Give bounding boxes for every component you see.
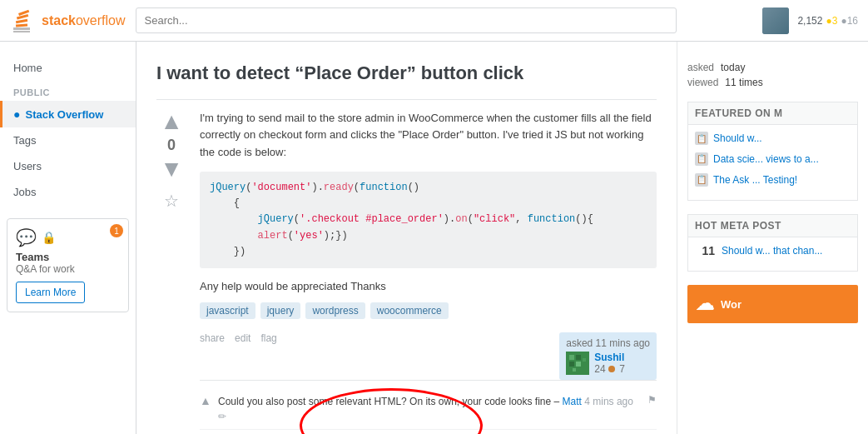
- svg-rect-11: [583, 358, 586, 362]
- featured-text-1: Should w...: [713, 132, 762, 146]
- sidebar-item-so-label: Stack Overflow: [25, 108, 103, 121]
- tag-jquery[interactable]: jquery: [260, 302, 301, 319]
- rep-count: 2,152: [797, 15, 822, 27]
- svg-rect-10: [576, 362, 581, 367]
- comment-upvote[interactable]: ▲: [200, 394, 211, 424]
- featured-link-2[interactable]: 📋 Data scie... views to a...: [695, 152, 851, 167]
- sidebar-section-public: PUBLIC: [0, 81, 136, 101]
- code-block: jQuery('document').ready(function() { jQ…: [200, 172, 657, 268]
- sidebar-item-home[interactable]: Home: [0, 55, 136, 81]
- user-card: asked 11 mins ago: [559, 332, 657, 380]
- user-avatar: [566, 352, 589, 375]
- featured-body: 📋 Should w... 📋 Data scie... views to a.…: [687, 124, 858, 201]
- help-text: Any help would be appreciated Thanks: [200, 280, 657, 292]
- hot-meta-row-1[interactable]: 11 Should w... that chan...: [695, 244, 851, 257]
- tag-woocommerce[interactable]: woocommerce: [370, 302, 449, 319]
- share-link[interactable]: share: [200, 332, 225, 344]
- teams-chat-icon: 💬: [16, 227, 37, 247]
- upvote-button[interactable]: ▲: [160, 110, 183, 133]
- learn-more-button[interactable]: Learn More: [16, 282, 85, 303]
- vote-count: 0: [167, 137, 176, 154]
- sidebar-item-jobs[interactable]: Jobs: [0, 179, 136, 205]
- downvote-button[interactable]: ▼: [160, 157, 183, 181]
- bookmark-button[interactable]: ☆: [164, 191, 179, 211]
- svg-rect-1: [13, 31, 30, 32]
- comment-user[interactable]: Matt: [563, 396, 582, 407]
- hot-meta-header: HOT META POST: [687, 214, 858, 237]
- search-bar[interactable]: [136, 7, 677, 33]
- question-area: ▲ 0 ▼ ☆ I'm trying to send mail to the s…: [156, 110, 657, 430]
- viewed-meta-value: 11 times: [725, 77, 762, 88]
- teams-title: Teams: [16, 251, 120, 263]
- lock-icon: 🔒: [42, 231, 56, 244]
- silver-badge: ●16: [841, 15, 858, 27]
- asked-label: asked 11 mins ago: [566, 337, 650, 349]
- divider: [156, 99, 657, 100]
- featured-text-2: Data scie... views to a...: [713, 152, 819, 167]
- tag-javascript[interactable]: javascript: [200, 302, 255, 319]
- main-content: I want to detect “Place Order” button cl…: [136, 42, 677, 434]
- teams-subtitle: Q&A for work: [16, 263, 120, 275]
- svg-rect-7: [569, 355, 574, 360]
- right-sidebar: asked today viewed 11 times FEATURED ON …: [677, 42, 868, 434]
- promo-block[interactable]: ☁ Wor: [687, 285, 858, 323]
- featured-link-3[interactable]: 📋 The Ask ... Testing!: [695, 173, 851, 187]
- question-text: I'm trying to send mail to the store adm…: [200, 110, 657, 162]
- header-right: 2,152 ●3 ●16: [762, 7, 858, 34]
- asked-info: asked today viewed 11 times: [687, 62, 858, 88]
- comment-text: Could you also post some relevant HTML? …: [218, 394, 641, 424]
- search-input[interactable]: [136, 7, 677, 33]
- svg-rect-0: [13, 27, 30, 30]
- svg-rect-8: [576, 355, 581, 360]
- svg-rect-4: [17, 13, 28, 19]
- gold-badge: ●3: [826, 15, 837, 27]
- comment-flag[interactable]: ⚑: [647, 394, 657, 424]
- viewed-meta-label: viewed: [687, 77, 718, 88]
- svg-rect-13: [579, 368, 584, 372]
- featured-icon-3: 📋: [695, 173, 708, 187]
- flag-link[interactable]: flag: [260, 332, 276, 344]
- featured-icon-1: 📋: [695, 132, 708, 145]
- sidebar-item-tags[interactable]: Tags: [0, 127, 136, 153]
- hot-meta-count-1: 11: [695, 244, 715, 257]
- hot-meta-link-1: Should w... that chan...: [722, 245, 822, 257]
- stack-overflow-icon: ●: [13, 107, 20, 121]
- edit-link[interactable]: edit: [235, 332, 250, 344]
- comment-edit-icon[interactable]: ✏: [218, 411, 226, 422]
- asked-meta-label: asked: [687, 62, 714, 73]
- header: stackoverflow 2,152 ●3 ●16: [0, 0, 868, 42]
- featured-link-1[interactable]: 📋 Should w...: [695, 132, 851, 146]
- sidebar-item-stack-overflow[interactable]: ● Stack Overflow: [0, 101, 136, 127]
- tags-row: javascript jquery wordpress woocommerce: [200, 302, 657, 319]
- promo-icon: ☁: [696, 293, 714, 315]
- comment-section: ▲ Could you also post some relevant HTML…: [200, 380, 657, 430]
- post-actions: share edit flag: [200, 332, 277, 344]
- question-title: I want to detect “Place Order” button cl…: [156, 62, 657, 86]
- logo-text: stackoverflow: [42, 13, 126, 28]
- comment-item: ▲ Could you also post some relevant HTML…: [200, 389, 657, 430]
- rep-info: 2,152 ●3 ●16: [797, 15, 858, 27]
- avatar: [762, 7, 789, 34]
- user-rep: 24 7: [594, 363, 625, 375]
- vote-column: ▲ 0 ▼ ☆: [156, 110, 186, 430]
- bronze-badge-dot: [608, 366, 615, 372]
- promo-text: Wor: [721, 298, 742, 311]
- teams-box: 1 💬 🔒 Teams Q&A for work Learn More: [7, 218, 129, 312]
- sidebar-item-users[interactable]: Users: [0, 153, 136, 179]
- hot-meta-body: 11 Should w... that chan...: [687, 237, 858, 272]
- tag-wordpress[interactable]: wordpress: [305, 302, 365, 319]
- featured-text-3: The Ask ... Testing!: [713, 173, 797, 187]
- featured-section: FEATURED ON M 📋 Should w... 📋 Data scie.…: [687, 102, 858, 201]
- featured-header: FEATURED ON M: [687, 102, 858, 124]
- hot-meta-section: HOT META POST 11 Should w... that chan..…: [687, 214, 858, 272]
- svg-rect-12: [573, 368, 576, 372]
- teams-header: 💬 🔒: [16, 227, 120, 247]
- comment-time: 4 mins ago: [584, 396, 633, 407]
- featured-icon-2: 📋: [695, 152, 708, 166]
- teams-badge: 1: [110, 224, 123, 237]
- svg-rect-9: [569, 362, 574, 367]
- user-name[interactable]: Sushil: [594, 352, 625, 363]
- logo[interactable]: stackoverflow: [10, 7, 126, 34]
- question-body: I'm trying to send mail to the store adm…: [200, 110, 657, 430]
- asked-meta-value: today: [721, 62, 745, 73]
